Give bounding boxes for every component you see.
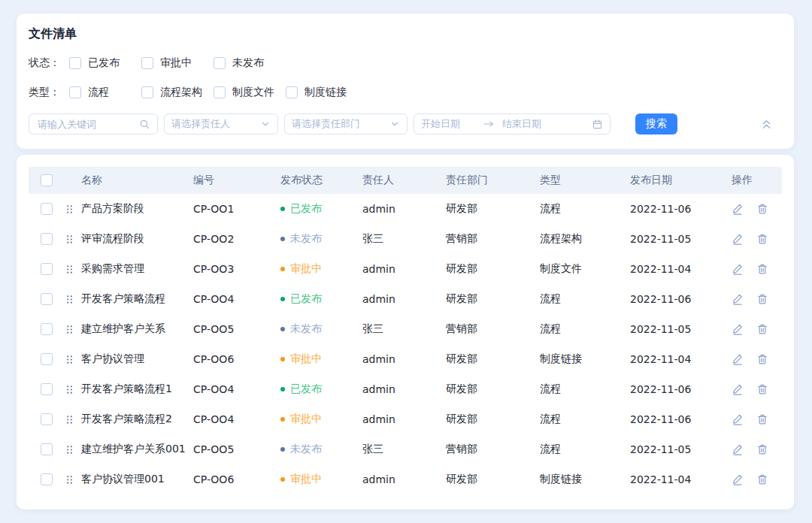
row-dept: 研发部	[446, 262, 540, 276]
double-chevron-up-icon[interactable]	[760, 118, 773, 131]
trash-icon[interactable]	[756, 413, 768, 425]
table-header: 名称 编号 发布状态 责任人 责任部门 类型 发布日期 操作	[29, 167, 782, 194]
checkbox[interactable]	[214, 86, 226, 98]
type-filter-row: 类型： 流程 流程架构 制度文件 制度链接	[29, 84, 782, 101]
chevron-down-icon	[260, 119, 271, 129]
drag-handle-icon[interactable]	[65, 414, 81, 425]
drag-handle-icon[interactable]	[65, 204, 81, 215]
checkbox[interactable]	[141, 57, 153, 69]
row-date: 2022-11-05	[630, 443, 732, 455]
dept-select[interactable]: 请选择责任部门	[284, 113, 408, 135]
row-type: 制度文件	[540, 262, 630, 276]
search-toolbar: 请选择责任人 请选择责任部门 开始日期	[29, 113, 782, 135]
drag-handle-icon[interactable]	[65, 354, 81, 365]
row-actions	[732, 293, 782, 305]
status-dot-icon	[280, 357, 285, 361]
edit-pencil-icon[interactable]	[732, 203, 744, 215]
row-dept: 营销部	[446, 443, 540, 456]
edit-pencil-icon[interactable]	[732, 353, 744, 365]
row-checkbox[interactable]	[41, 443, 53, 455]
date-end-placeholder: 结束日期	[502, 117, 592, 131]
drag-handle-icon[interactable]	[65, 384, 81, 395]
edit-pencil-icon[interactable]	[732, 473, 744, 485]
row-checkbox[interactable]	[41, 413, 53, 425]
edit-pencil-icon[interactable]	[732, 323, 744, 335]
row-owner: admin	[362, 353, 446, 365]
search-button[interactable]: 搜索	[635, 113, 677, 135]
edit-pencil-icon[interactable]	[732, 293, 744, 305]
type-filter-option[interactable]: 流程	[69, 86, 141, 99]
status-filter-option[interactable]: 未发布	[214, 56, 286, 70]
edit-pencil-icon[interactable]	[732, 263, 744, 275]
row-owner: admin	[362, 203, 446, 215]
trash-icon[interactable]	[756, 383, 768, 395]
trash-icon[interactable]	[756, 233, 768, 245]
trash-icon[interactable]	[756, 353, 768, 365]
drag-handle-icon[interactable]	[65, 264, 81, 275]
status-dot-icon	[280, 267, 285, 271]
row-dept: 研发部	[446, 352, 540, 366]
table-row: 客户协议管理 CP-OO6 审批中 admin 研发部 制度链接 2022-11…	[29, 344, 782, 374]
row-checkbox[interactable]	[41, 203, 53, 215]
row-actions	[732, 353, 782, 365]
type-filter-option[interactable]: 制度文件	[214, 86, 286, 99]
status-text: 审批中	[290, 413, 322, 426]
status-text: 审批中	[290, 352, 322, 366]
owner-select[interactable]: 请选择责任人	[164, 113, 278, 135]
status-filter-option[interactable]: 审批中	[141, 56, 214, 70]
dept-select-placeholder: 请选择责任部门	[292, 117, 389, 131]
status-filter-option[interactable]: 已发布	[69, 56, 141, 70]
row-checkbox[interactable]	[41, 323, 53, 335]
table-row: 开发客户策略流程 CP-OO4 已发布 admin 研发部 流程 2022-11…	[29, 284, 782, 314]
checkbox[interactable]	[69, 57, 81, 69]
drag-handle-icon[interactable]	[65, 474, 81, 485]
checkbox[interactable]	[69, 86, 81, 98]
row-checkbox[interactable]	[41, 233, 53, 245]
type-filter-option[interactable]: 制度链接	[286, 86, 358, 99]
drag-handle-icon[interactable]	[65, 234, 81, 245]
drag-handle-icon[interactable]	[65, 444, 81, 455]
status-badge: 已发布	[280, 292, 362, 306]
status-badge: 审批中	[280, 352, 362, 366]
edit-pencil-icon[interactable]	[732, 443, 744, 455]
trash-icon[interactable]	[756, 443, 768, 455]
select-all-checkbox[interactable]	[41, 174, 53, 186]
row-actions	[732, 413, 782, 425]
drag-handle-icon[interactable]	[65, 324, 81, 335]
row-select-cell	[29, 353, 65, 365]
trash-icon[interactable]	[756, 293, 768, 305]
row-type: 流程	[540, 292, 630, 306]
edit-pencil-icon[interactable]	[732, 383, 744, 395]
edit-pencil-icon[interactable]	[732, 233, 744, 245]
trash-icon[interactable]	[756, 263, 768, 275]
trash-icon[interactable]	[756, 473, 768, 485]
row-checkbox[interactable]	[41, 473, 53, 485]
row-code: CP-OO4	[193, 413, 280, 425]
row-name: 开发客户策略流程2	[81, 413, 193, 426]
checkbox[interactable]	[141, 86, 153, 98]
status-filter-row: 状态： 已发布 审批中 未发布	[29, 55, 782, 71]
keyword-input-wrapper	[29, 113, 158, 135]
status-dot-icon	[280, 327, 285, 331]
row-date: 2022-11-04	[630, 473, 732, 485]
trash-icon[interactable]	[756, 203, 768, 215]
row-select-cell	[29, 323, 65, 335]
row-name: 建立维护客户关系	[81, 322, 193, 336]
status-text: 未发布	[290, 322, 322, 336]
row-checkbox[interactable]	[41, 383, 53, 395]
owner-select-placeholder: 请选择责任人	[171, 117, 260, 131]
keyword-input[interactable]	[36, 118, 139, 131]
row-owner: admin	[362, 413, 446, 425]
row-code: CP-OO3	[193, 263, 280, 275]
drag-handle-icon[interactable]	[65, 294, 81, 305]
row-checkbox[interactable]	[41, 293, 53, 305]
checkbox[interactable]	[286, 86, 298, 98]
row-checkbox[interactable]	[41, 263, 53, 275]
row-checkbox[interactable]	[41, 353, 53, 365]
date-range-picker[interactable]: 开始日期 结束日期	[414, 113, 611, 135]
table-row: 产品方案阶段 CP-OO1 已发布 admin 研发部 流程 2022-11-0…	[29, 194, 782, 224]
edit-pencil-icon[interactable]	[732, 413, 744, 425]
checkbox[interactable]	[214, 57, 226, 69]
trash-icon[interactable]	[756, 323, 768, 335]
type-filter-option[interactable]: 流程架构	[141, 86, 214, 99]
